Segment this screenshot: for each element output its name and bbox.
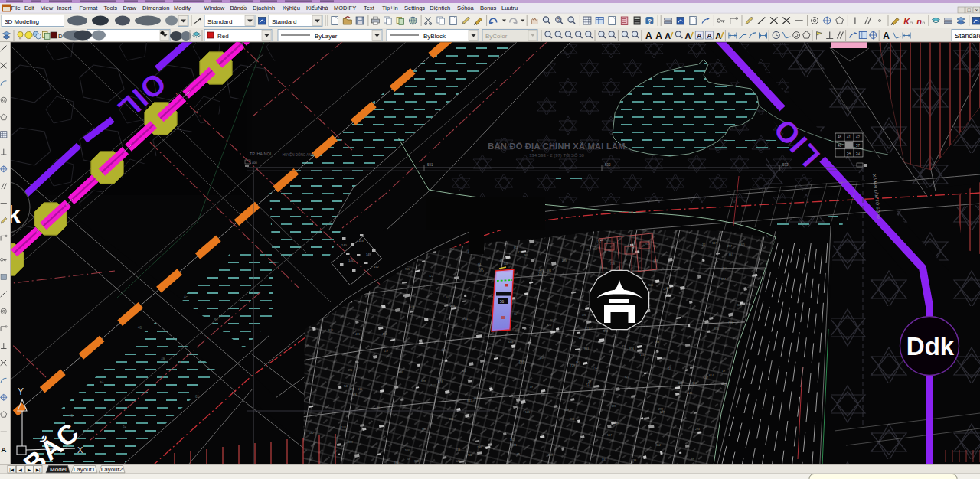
svg-text:934: 934 <box>622 345 626 348</box>
svg-text:713: 713 <box>586 383 590 386</box>
svg-text:423: 423 <box>382 333 387 336</box>
svg-text:Modify: Modify <box>174 5 191 11</box>
svg-text:983: 983 <box>584 347 589 350</box>
svg-text:146: 146 <box>348 259 354 262</box>
svg-text:ByLayer: ByLayer <box>315 33 338 40</box>
svg-text:3a: 3a <box>161 357 165 360</box>
svg-text:927: 927 <box>625 376 629 379</box>
svg-text:264: 264 <box>450 305 455 308</box>
svg-text:581: 581 <box>512 444 517 447</box>
svg-text:697: 697 <box>721 278 726 281</box>
svg-text:3D Modeling: 3D Modeling <box>5 18 39 25</box>
svg-text:941: 941 <box>344 385 348 388</box>
svg-text:614: 614 <box>709 374 714 377</box>
svg-text:61: 61 <box>195 395 200 399</box>
svg-text:Bảndồ: Bảndồ <box>230 5 247 11</box>
svg-text:965: 965 <box>405 268 410 271</box>
svg-text:145: 145 <box>688 392 692 395</box>
svg-text:54: 54 <box>847 152 851 155</box>
svg-text:878: 878 <box>438 380 443 383</box>
svg-text:57: 57 <box>856 144 861 148</box>
svg-text:E1: E1 <box>100 380 104 383</box>
svg-text:Y: Y <box>18 386 24 397</box>
svg-text:4c: 4c <box>184 295 188 299</box>
svg-text:839: 839 <box>348 441 353 444</box>
svg-text:46: 46 <box>138 326 142 330</box>
svg-text:841: 841 <box>467 399 472 402</box>
svg-text:386: 386 <box>414 460 419 463</box>
svg-text:116: 116 <box>640 354 645 357</box>
svg-text:157: 157 <box>704 376 708 380</box>
svg-text:22: 22 <box>702 243 705 246</box>
svg-text:288: 288 <box>562 259 567 262</box>
svg-text:995: 995 <box>474 397 479 400</box>
svg-text:811: 811 <box>462 370 466 373</box>
svg-text:119: 119 <box>384 350 388 353</box>
svg-text:373: 373 <box>603 330 608 333</box>
svg-text:500: 500 <box>431 384 436 387</box>
svg-text:152: 152 <box>374 265 379 269</box>
svg-text:594: 594 <box>582 314 586 317</box>
svg-text:548: 548 <box>504 262 508 266</box>
svg-text:Diệntich: Diệntich <box>430 5 450 11</box>
svg-text:333: 333 <box>602 458 606 461</box>
svg-text:×: × <box>975 8 978 13</box>
svg-text:732: 732 <box>593 367 598 370</box>
svg-text:Text: Text <box>364 5 375 11</box>
svg-text:Luutru: Luutru <box>501 5 518 11</box>
svg-text:Tip+In: Tip+In <box>382 5 398 11</box>
svg-text:KiểuNhà: KiểuNhà <box>306 5 329 11</box>
svg-text:759: 759 <box>614 422 619 425</box>
svg-text:334 593 - 2 (97) TỜ SỐ 50: 334 593 - 2 (97) TỜ SỐ 50 <box>529 153 584 158</box>
svg-text:729: 729 <box>570 364 575 367</box>
svg-text:Ddk: Ddk <box>906 332 955 360</box>
svg-text:A: A <box>1 445 6 454</box>
svg-text:340: 340 <box>576 361 580 364</box>
svg-text:898: 898 <box>421 380 426 383</box>
svg-text:41: 41 <box>847 135 851 139</box>
svg-text:3e: 3e <box>122 425 127 429</box>
svg-text:52: 52 <box>214 318 219 322</box>
svg-text:805: 805 <box>740 243 745 246</box>
svg-text:A: A <box>685 31 691 41</box>
svg-text:143: 143 <box>358 239 364 243</box>
svg-text:610: 610 <box>358 388 362 391</box>
svg-text:Edit: Edit <box>24 5 35 11</box>
svg-text:n: n <box>916 17 922 26</box>
svg-text:868: 868 <box>570 418 574 421</box>
svg-text:56: 56 <box>500 300 505 304</box>
svg-text:496: 496 <box>539 269 544 272</box>
svg-text:867: 867 <box>729 253 733 256</box>
svg-text:127: 127 <box>663 288 668 291</box>
svg-text:BẢN ĐỒ ĐỊA CHÍNH XÃ MAI LÂM: BẢN ĐỒ ĐỊA CHÍNH XÃ MAI LÂM <box>488 142 625 152</box>
svg-text:80: 80 <box>377 406 380 409</box>
svg-text:Standard: Standard <box>955 32 980 40</box>
svg-text:649: 649 <box>508 341 513 344</box>
svg-text:Standard: Standard <box>207 18 232 25</box>
svg-text:Format: Format <box>80 5 99 11</box>
svg-text:323: 323 <box>518 251 522 254</box>
svg-text:546: 546 <box>456 460 460 463</box>
svg-text:256: 256 <box>538 272 543 275</box>
svg-text:284: 284 <box>586 249 590 252</box>
svg-text:106: 106 <box>341 426 346 429</box>
svg-text:D: D <box>58 33 63 40</box>
svg-text:332: 332 <box>678 382 683 385</box>
svg-text:856: 856 <box>629 347 634 350</box>
svg-text:140: 140 <box>341 243 347 247</box>
svg-text:592: 592 <box>605 163 611 167</box>
svg-text:293: 293 <box>350 388 354 391</box>
svg-text:65: 65 <box>517 453 520 456</box>
svg-text:591: 591 <box>427 163 433 167</box>
svg-text:Layout1: Layout1 <box>74 466 96 473</box>
svg-text:ByColor: ByColor <box>485 33 508 40</box>
svg-text:223: 223 <box>585 327 590 331</box>
svg-text:|◀: |◀ <box>9 468 14 472</box>
svg-text:500: 500 <box>405 449 410 452</box>
svg-text:796: 796 <box>728 321 733 324</box>
svg-text:633: 633 <box>655 341 659 344</box>
svg-text:388: 388 <box>737 304 742 307</box>
svg-text:Bonus: Bonus <box>480 5 497 11</box>
svg-text:49: 49 <box>530 386 533 389</box>
svg-text:A: A <box>655 31 662 41</box>
